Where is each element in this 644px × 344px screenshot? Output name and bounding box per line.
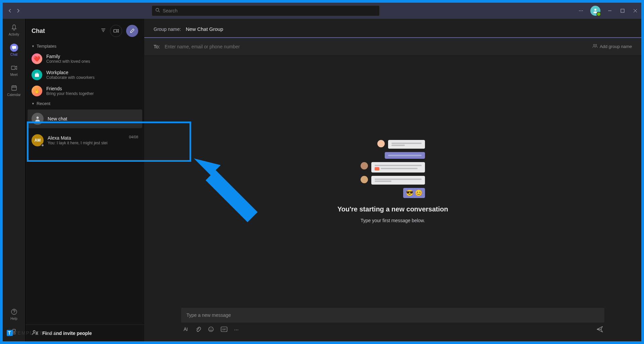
svg-point-13	[595, 44, 597, 46]
add-group-label: Add group name	[600, 44, 632, 49]
content-pane: Group name: New Chat Group To: Add group…	[144, 19, 641, 341]
svg-rect-8	[35, 74, 39, 77]
empty-state-subtitle: Type your first message below.	[361, 218, 425, 223]
rail-label: Activity	[9, 33, 19, 36]
rail-label: Calendar	[7, 93, 21, 97]
template-workplace[interactable]: Workplace Collaborate with coworkers	[25, 67, 144, 83]
add-group-name-button[interactable]: Add group name	[592, 43, 632, 50]
svg-point-15	[210, 328, 211, 329]
more-button[interactable]: ···	[578, 7, 584, 14]
section-label: Recent	[37, 101, 50, 106]
caret-down-icon: ▼	[32, 45, 35, 48]
rail-activity[interactable]: Activity	[3, 22, 25, 38]
profile-avatar[interactable]	[590, 6, 600, 16]
template-title: Workplace	[46, 70, 95, 75]
template-sub: Collaborate with coworkers	[46, 75, 95, 80]
meet-now-button[interactable]	[110, 25, 122, 37]
rail-meet[interactable]: Meet	[3, 62, 25, 78]
titlebar: ···	[3, 3, 641, 19]
svg-point-0	[156, 8, 159, 11]
template-title: Friends	[46, 86, 94, 91]
more-compose-icon[interactable]: ···	[234, 327, 238, 333]
forward-button[interactable]	[15, 7, 21, 14]
recent-new-chat[interactable]: New chat	[28, 109, 142, 128]
template-title: Family	[46, 54, 90, 59]
recent-preview: You: I layk it here, I might jest stei	[48, 141, 125, 145]
rail-calendar[interactable]: Calendar	[3, 83, 25, 98]
left-rail: Activity Chat Meet Calendar Help	[3, 19, 25, 341]
group-name-value[interactable]: New Chat Group	[186, 26, 223, 32]
group-name-header: Group name: New Chat Group	[144, 19, 641, 38]
svg-point-9	[37, 116, 39, 119]
maximize-button[interactable]	[619, 7, 626, 14]
illustration: 😎 😊	[361, 140, 425, 198]
family-icon: ❤️	[32, 53, 42, 64]
svg-rect-7	[114, 30, 117, 32]
calendar-icon	[10, 84, 18, 92]
contact-avatar: AM	[32, 134, 44, 146]
to-input[interactable]	[165, 44, 588, 49]
recent-section-toggle[interactable]: ▼ Recent	[25, 99, 144, 108]
rail-chat[interactable]: Chat	[3, 42, 25, 58]
svg-rect-3	[11, 66, 15, 69]
video-small-icon	[113, 28, 119, 34]
compose-icon	[129, 28, 135, 34]
presence-icon	[41, 144, 44, 147]
caret-down-icon: ▼	[32, 102, 35, 105]
template-friends[interactable]: ✋ Friends Bring your friends together	[25, 83, 144, 99]
svg-text:GIF: GIF	[222, 328, 226, 331]
search-input[interactable]	[163, 8, 376, 13]
help-icon	[10, 308, 18, 316]
back-button[interactable]	[7, 7, 13, 14]
rail-label: Chat	[10, 53, 17, 56]
templates-section-toggle[interactable]: ▼ Templates	[25, 42, 144, 51]
svg-rect-2	[621, 9, 624, 12]
emoji-icon[interactable]	[208, 326, 214, 334]
template-sub: Connect with loved ones	[46, 59, 90, 64]
conversation-empty-state: 😎 😊 You're starting a new conversation T…	[144, 55, 641, 308]
bell-icon	[10, 23, 18, 32]
template-sub: Bring your friends together	[46, 91, 94, 96]
section-label: Templates	[37, 44, 56, 49]
send-button[interactable]	[596, 326, 603, 334]
to-label: To:	[154, 44, 160, 49]
format-icon[interactable]	[182, 326, 189, 334]
svg-point-14	[209, 327, 213, 332]
video-icon	[10, 64, 18, 72]
filter-icon[interactable]	[101, 28, 106, 34]
recent-time: 04/08	[129, 135, 138, 139]
rail-label: Meet	[10, 73, 17, 77]
minimize-button[interactable]	[606, 7, 613, 14]
chat-list-panel: Chat ▼ Templates ❤️ Family Connect with …	[25, 19, 144, 341]
recent-title: New chat	[48, 116, 138, 121]
svg-point-12	[593, 44, 595, 46]
search-box[interactable]	[152, 5, 380, 16]
message-input[interactable]: Type a new message	[181, 308, 604, 323]
friends-icon: ✋	[32, 86, 42, 96]
close-button[interactable]	[632, 7, 639, 14]
gif-icon[interactable]: GIF	[221, 327, 227, 333]
message-composer: Type a new message GIF ···	[181, 308, 604, 334]
search-icon	[155, 8, 160, 14]
svg-rect-4	[12, 86, 16, 90]
to-field-row: To: Add group name	[144, 38, 641, 55]
chatlist-title: Chat	[32, 28, 45, 35]
group-name-label: Group name:	[154, 27, 181, 32]
watermark: TTEMPLATE.NET	[7, 330, 57, 336]
svg-point-1	[594, 9, 596, 11]
attachment-icon[interactable]	[195, 326, 201, 334]
recent-alexa-mata[interactable]: AM Alexa Mata You: I layk it here, I mig…	[28, 131, 142, 150]
group-edit-icon	[592, 43, 598, 50]
svg-point-16	[212, 328, 212, 329]
workplace-icon	[32, 69, 42, 80]
new-chat-avatar-icon	[32, 113, 44, 125]
rail-label: Help	[10, 317, 17, 321]
template-family[interactable]: ❤️ Family Connect with loved ones	[25, 51, 144, 67]
recent-title: Alexa Mata	[48, 135, 125, 141]
rail-help[interactable]: Help	[3, 306, 25, 322]
person-icon	[593, 8, 598, 13]
empty-state-title: You're starting a new conversation	[337, 205, 448, 213]
chat-icon	[10, 44, 18, 52]
new-chat-button[interactable]	[126, 25, 138, 37]
